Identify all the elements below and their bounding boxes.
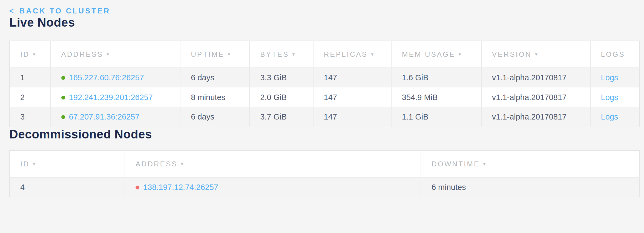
node-address-link[interactable]: 67.207.91.36:26257 [69, 112, 140, 121]
decommissioned-status-dot-icon [136, 186, 139, 189]
back-to-cluster-link[interactable]: < BACK TO CLUSTER [9, 7, 110, 15]
node-address-link[interactable]: 138.197.12.74:26257 [143, 183, 218, 192]
cell-node-id: 2 [10, 87, 51, 107]
sort-arrow-icon: ▾ [107, 52, 110, 57]
column-header-version[interactable]: VERSION▾ [481, 41, 590, 68]
live-status-dot-icon [61, 115, 65, 119]
back-chevron-icon: < [9, 7, 15, 15]
column-header-replicas-label: REPLICAS [324, 50, 368, 58]
decommissioned-nodes-title: Decommissioned Nodes [9, 127, 640, 141]
column-header-address[interactable]: ADDRESS▾ [51, 41, 180, 68]
sort-arrow-icon: ▾ [33, 52, 36, 57]
live-status-dot-icon [61, 76, 65, 80]
live-nodes-table: ID▾ ADDRESS▾ UPTIME▾ BYTES▾ REPLICAS▾ ME… [9, 41, 640, 127]
cell-version: v1.1-alpha.20170817 [481, 107, 590, 127]
column-header-id[interactable]: ID▾ [10, 150, 125, 177]
table-row: 3 67.207.91.36:26257 6 days 3.7 GiB 147 … [10, 107, 639, 127]
sort-arrow-icon: ▾ [228, 52, 231, 57]
cell-logs: Logs [590, 68, 639, 87]
column-header-bytes-label: BYTES [260, 50, 289, 58]
cell-version: v1.1-alpha.20170817 [481, 87, 590, 107]
cell-replicas: 147 [313, 87, 391, 107]
cell-uptime: 6 days [180, 68, 249, 87]
column-header-downtime[interactable]: DOWNTIME▾ [421, 150, 639, 177]
cell-uptime: 6 days [180, 107, 249, 127]
cell-bytes: 3.3 GiB [249, 68, 313, 87]
logs-link[interactable]: Logs [601, 73, 618, 82]
sort-arrow-icon: ▾ [459, 52, 462, 57]
sort-arrow-icon: ▾ [33, 161, 36, 167]
live-header-row: ID▾ ADDRESS▾ UPTIME▾ BYTES▾ REPLICAS▾ ME… [10, 41, 639, 68]
cell-downtime: 6 minutes [421, 177, 639, 197]
column-header-uptime-label: UPTIME [191, 50, 224, 58]
table-row: 4 138.197.12.74:26257 6 minutes [10, 177, 639, 197]
node-address-link[interactable]: 165.227.60.76:26257 [69, 73, 144, 82]
column-header-id-label: ID [20, 160, 30, 168]
cell-bytes: 2.0 GiB [249, 87, 313, 107]
table-row: 2 192.241.239.201:26257 8 minutes 2.0 Gi… [10, 87, 639, 107]
column-header-id[interactable]: ID▾ [10, 41, 51, 68]
cell-node-address: 138.197.12.74:26257 [125, 177, 421, 197]
cell-replicas: 147 [313, 107, 391, 127]
node-address-link[interactable]: 192.241.239.201:26257 [69, 93, 153, 102]
column-header-bytes[interactable]: BYTES▾ [249, 41, 313, 68]
cell-node-id: 4 [10, 177, 125, 197]
column-header-version-label: VERSION [492, 50, 532, 58]
column-header-mem-usage[interactable]: MEM USAGE▾ [391, 41, 481, 68]
cell-bytes: 3.7 GiB [249, 107, 313, 127]
sort-arrow-icon: ▾ [483, 161, 487, 167]
cell-logs: Logs [590, 107, 639, 127]
cell-logs: Logs [590, 87, 639, 107]
table-row: 1 165.227.60.76:26257 6 days 3.3 GiB 147… [10, 68, 639, 87]
column-header-address-label: ADDRESS [136, 160, 178, 168]
cell-uptime: 8 minutes [180, 87, 249, 107]
logs-link[interactable]: Logs [601, 93, 618, 102]
cell-node-address: 165.227.60.76:26257 [51, 68, 180, 87]
column-header-downtime-label: DOWNTIME [432, 160, 480, 168]
back-link-label: BACK TO CLUSTER [19, 7, 111, 15]
cell-node-address: 67.207.91.36:26257 [51, 107, 180, 127]
sort-arrow-icon: ▾ [535, 52, 539, 57]
sort-arrow-icon: ▾ [292, 52, 296, 57]
cell-mem-usage: 1.1 GiB [391, 107, 481, 127]
cell-node-id: 3 [10, 107, 51, 127]
column-header-logs: LOGS [590, 41, 639, 68]
logs-link[interactable]: Logs [601, 112, 618, 121]
live-status-dot-icon [61, 96, 65, 100]
column-header-id-label: ID [20, 50, 30, 58]
sort-arrow-icon: ▾ [181, 161, 185, 167]
column-header-mem-usage-label: MEM USAGE [402, 50, 455, 58]
column-header-address-label: ADDRESS [61, 50, 104, 58]
cell-mem-usage: 1.6 GiB [391, 68, 481, 87]
nodes-page: < BACK TO CLUSTER Live Nodes ID▾ ADDRESS… [0, 0, 644, 197]
cell-node-id: 1 [10, 68, 51, 87]
cell-version: v1.1-alpha.20170817 [481, 68, 590, 87]
cell-node-address: 192.241.239.201:26257 [51, 87, 180, 107]
sort-arrow-icon: ▾ [371, 52, 375, 57]
column-header-address[interactable]: ADDRESS▾ [125, 150, 421, 177]
live-nodes-title: Live Nodes [9, 15, 640, 30]
cell-replicas: 147 [313, 68, 391, 87]
column-header-replicas[interactable]: REPLICAS▾ [313, 41, 391, 68]
cell-mem-usage: 354.9 MiB [391, 87, 481, 107]
decommissioned-nodes-table: ID▾ ADDRESS▾ DOWNTIME▾ 4 138.197.12.74:2… [9, 150, 640, 197]
column-header-uptime[interactable]: UPTIME▾ [180, 41, 249, 68]
decommissioned-header-row: ID▾ ADDRESS▾ DOWNTIME▾ [10, 150, 639, 177]
column-header-logs-label: LOGS [601, 50, 625, 58]
